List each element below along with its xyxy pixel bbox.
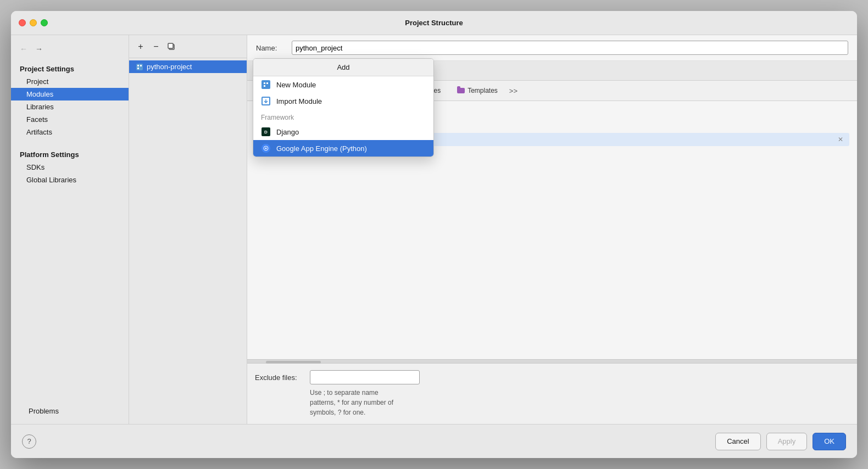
name-label: Name:: [256, 44, 286, 52]
remove-content-root-button[interactable]: ✕: [836, 135, 845, 144]
svg-point-10: [265, 148, 267, 149]
import-module-icon: [261, 96, 271, 106]
forward-arrow[interactable]: →: [33, 43, 45, 55]
traffic-lights: [19, 19, 48, 26]
dropdown-django-label: Django: [276, 128, 299, 136]
section-gap: [11, 138, 129, 146]
dropdown-gae-label: Google App Engine (Python): [276, 144, 367, 153]
minimize-button[interactable]: [30, 19, 37, 26]
close-button[interactable]: [19, 19, 26, 26]
right-panel: + −: [129, 35, 857, 424]
bottom-actions: Cancel Apply OK: [715, 433, 846, 450]
dropdown-django[interactable]: D Django: [253, 124, 433, 140]
module-name: python-project: [147, 63, 192, 71]
h-scroll-thumb[interactable]: [266, 361, 321, 364]
sidebar: ← → Project Settings Project Modules Lib…: [11, 35, 129, 424]
apply-button[interactable]: Apply: [766, 433, 808, 450]
cancel-button[interactable]: Cancel: [715, 433, 760, 450]
module-icon: [136, 63, 143, 71]
nav-row: ← →: [11, 40, 129, 60]
subtab-templates-label: Templates: [468, 87, 498, 94]
dropdown-gae[interactable]: Google App Engine (Python): [253, 140, 433, 157]
platform-settings-header: Platform Settings: [11, 146, 129, 161]
sidebar-bottom: Problems: [11, 398, 129, 424]
more-tabs-button[interactable]: >>: [507, 86, 520, 96]
django-icon: D: [261, 127, 271, 137]
copy-icon: [168, 43, 175, 51]
sidebar-item-sdks[interactable]: SDKs: [11, 161, 129, 174]
project-structure-window: Project Structure ← → Project Settings P…: [11, 11, 857, 458]
exclude-row: Exclude files:: [255, 370, 849, 384]
exclude-hint: Use ; to separate name patterns, * for a…: [255, 388, 398, 417]
sidebar-item-project[interactable]: Project: [11, 75, 129, 88]
back-arrow[interactable]: ←: [18, 43, 30, 55]
exclude-label: Exclude files:: [255, 373, 304, 382]
copy-button[interactable]: [164, 40, 179, 54]
maximize-button[interactable]: [41, 19, 48, 26]
sidebar-item-artifacts[interactable]: Artifacts: [11, 126, 129, 138]
h-divider: [247, 359, 857, 364]
sidebar-item-global-libraries[interactable]: Global Libraries: [11, 174, 129, 186]
sidebar-item-modules[interactable]: Modules: [11, 88, 129, 101]
svg-rect-1: [168, 43, 173, 48]
exclude-files-input[interactable]: [310, 370, 420, 384]
svg-rect-3: [137, 65, 139, 66]
add-dropdown: Add New: [253, 58, 434, 157]
name-input[interactable]: [292, 41, 848, 55]
subtab-templates[interactable]: Templates: [450, 83, 505, 98]
sidebar-item-facets[interactable]: Facets: [11, 113, 129, 126]
templates-folder-icon: [457, 88, 465, 93]
dropdown-header: Add: [253, 59, 433, 76]
left-panel-list: python-project: [129, 58, 247, 424]
dropdown-new-module[interactable]: New Module: [253, 76, 433, 93]
svg-rect-4: [140, 65, 142, 66]
add-button[interactable]: +: [133, 40, 148, 54]
left-panel: + −: [129, 35, 247, 424]
gae-icon: [261, 143, 271, 153]
exclude-section: Exclude files: Use ; to separate name pa…: [247, 364, 857, 424]
detail-panel: Name: Sources Paths Dependencies: [247, 35, 857, 424]
sidebar-item-problems[interactable]: Problems: [20, 405, 120, 417]
left-panel-toolbar: + −: [129, 35, 247, 58]
module-icon-shape: [261, 80, 270, 89]
import-icon-shape: [261, 97, 270, 105]
project-settings-header: Project Settings: [11, 60, 129, 75]
new-module-icon: [261, 80, 271, 90]
dropdown-new-module-label: New Module: [276, 81, 316, 89]
dropdown-import-module-label: Import Module: [276, 97, 322, 105]
panel-header-row: Name:: [247, 35, 857, 61]
remove-button[interactable]: −: [149, 40, 163, 54]
help-button[interactable]: ?: [22, 434, 36, 449]
svg-rect-7: [266, 82, 268, 84]
main-content: ← → Project Settings Project Modules Lib…: [11, 35, 857, 424]
dropdown-import-module[interactable]: Import Module: [253, 93, 433, 109]
content-area-row: + −: [129, 35, 857, 424]
window-title: Project Structure: [405, 19, 463, 27]
module-list-item[interactable]: python-project: [129, 60, 247, 73]
svg-rect-2: [136, 64, 143, 70]
svg-rect-5: [137, 68, 139, 69]
ok-button[interactable]: OK: [813, 433, 846, 450]
title-bar: Project Structure: [11, 11, 857, 35]
svg-rect-6: [264, 82, 265, 84]
svg-rect-8: [264, 85, 265, 87]
dropdown-framework-label: Framework: [253, 109, 433, 124]
sidebar-item-libraries[interactable]: Libraries: [11, 101, 129, 113]
bottom-bar: ? Cancel Apply OK: [11, 424, 857, 458]
